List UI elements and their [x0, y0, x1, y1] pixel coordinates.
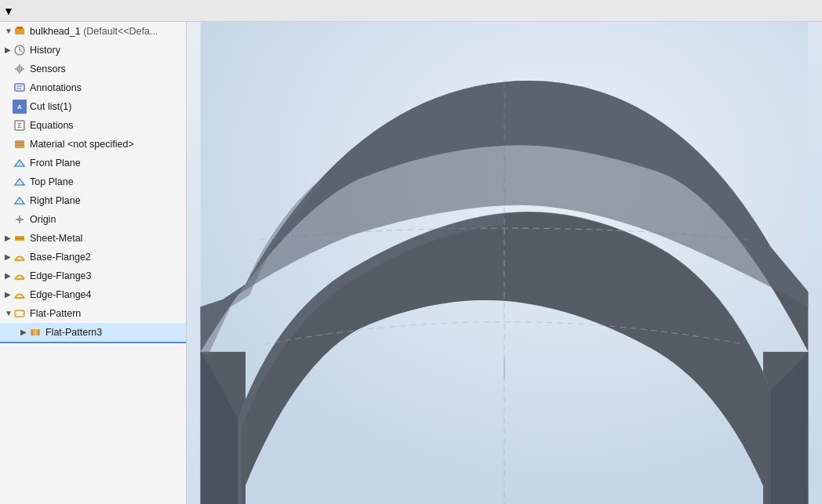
part-icon [13, 24, 27, 38]
tree-item-frontplane[interactable]: Front Plane [0, 154, 186, 172]
topplane-label: Top Plane [30, 174, 183, 190]
tree-item-annotations[interactable]: Annotations [0, 78, 186, 97]
svg-text:A: A [17, 103, 22, 111]
origin-icon [13, 212, 27, 227]
annotations-icon [13, 81, 27, 95]
tree-item-flatpattern[interactable]: ▼ Flat-Pattern [0, 304, 186, 323]
tree-item-baseflange2[interactable]: ▶ Base-Flange2 [0, 248, 186, 267]
edgeflange4-expand-arrow: ▶ [5, 287, 13, 303]
sensors-icon [13, 62, 27, 76]
origin-label: Origin [30, 212, 183, 227]
sheetmetal-icon [13, 231, 27, 245]
tree-item-flatpattern3[interactable]: ▶ Flat-Pattern3 [0, 323, 186, 343]
filter-bar: ▼ [0, 0, 822, 22]
history-icon [13, 43, 27, 57]
svg-point-6 [19, 68, 21, 71]
history-label: History [30, 42, 183, 58]
flatpattern3-label: Flat-Pattern3 [45, 325, 183, 340]
edgeflange4-icon [13, 288, 27, 302]
sheetmetal-label: Sheet-Metal [30, 230, 183, 246]
baseflange2-icon [13, 250, 27, 264]
flatpattern3-icon [28, 325, 42, 339]
filter-icon[interactable]: ▼ [3, 5, 14, 17]
tree-item-cutlist[interactable]: A Cut list(1) [0, 97, 186, 116]
flatpattern-label: Flat-Pattern [30, 306, 183, 321]
tree-item-topplane[interactable]: Top Plane [0, 172, 186, 191]
flatpattern3-expand-arrow: ▶ [20, 325, 28, 340]
baseflange2-expand-arrow: ▶ [5, 249, 13, 265]
3d-viewport[interactable] [187, 22, 822, 504]
equations-icon: Σ [13, 118, 27, 132]
tree-item-material[interactable]: Material <not specified> [0, 135, 186, 154]
material-label: Material <not specified> [30, 136, 183, 152]
cutlist-label: Cut list(1) [30, 99, 183, 114]
history-expand-arrow: ▶ [5, 42, 13, 58]
shape-canvas [187, 22, 822, 504]
svg-text:Σ: Σ [17, 121, 22, 129]
topplane-icon [13, 175, 27, 189]
tree-item-origin[interactable]: Origin [0, 210, 186, 229]
edgeflange4-label: Edge-Flange4 [30, 287, 183, 303]
edgeflange3-expand-arrow: ▶ [5, 268, 13, 284]
svg-rect-18 [15, 140, 24, 148]
main-area: ▼ bulkhead_1 (Default<<Defa... ▶ [0, 22, 822, 504]
frontplane-label: Front Plane [30, 155, 183, 171]
sensors-label: Sensors [30, 61, 183, 77]
tree-item-equations[interactable]: Σ Equations [0, 116, 186, 135]
root-label: bulkhead_1 (Default<<Defa... [30, 24, 183, 39]
svg-rect-1 [16, 27, 23, 29]
rightplane-label: Right Plane [30, 193, 183, 208]
tree-item-history[interactable]: ▶ History [0, 41, 186, 60]
baseflange2-label: Base-Flange2 [30, 249, 183, 265]
edgeflange3-label: Edge-Flange3 [30, 268, 183, 284]
svg-line-4 [20, 50, 22, 52]
cutlist-icon: A [13, 100, 27, 114]
equations-label: Equations [30, 118, 183, 133]
feature-tree-sidebar: ▼ bulkhead_1 (Default<<Defa... ▶ [0, 22, 187, 504]
tree-item-edgeflange3[interactable]: ▶ Edge-Flange3 [0, 267, 186, 285]
root-expand-arrow: ▼ [5, 24, 13, 39]
svg-rect-11 [15, 84, 24, 91]
sheetmetal-expand-arrow: ▶ [5, 230, 13, 246]
tree-item-sensors[interactable]: Sensors [0, 60, 186, 78]
tree-item-rightplane[interactable]: Right Plane [0, 191, 186, 210]
material-icon [13, 137, 27, 151]
tree-item-sheetmetal[interactable]: ▶ Sheet-Metal [0, 229, 186, 248]
rightplane-icon [13, 194, 27, 208]
svg-rect-0 [15, 28, 24, 34]
frontplane-icon [13, 156, 27, 170]
flatpattern-expand-arrow: ▼ [5, 306, 13, 321]
tree-root-item[interactable]: ▼ bulkhead_1 (Default<<Defa... [0, 22, 186, 41]
annotations-label: Annotations [30, 80, 183, 96]
edgeflange3-icon [13, 269, 27, 283]
tree-item-edgeflange4[interactable]: ▶ Edge-Flange4 [0, 285, 186, 304]
flatpattern-icon [13, 306, 27, 321]
